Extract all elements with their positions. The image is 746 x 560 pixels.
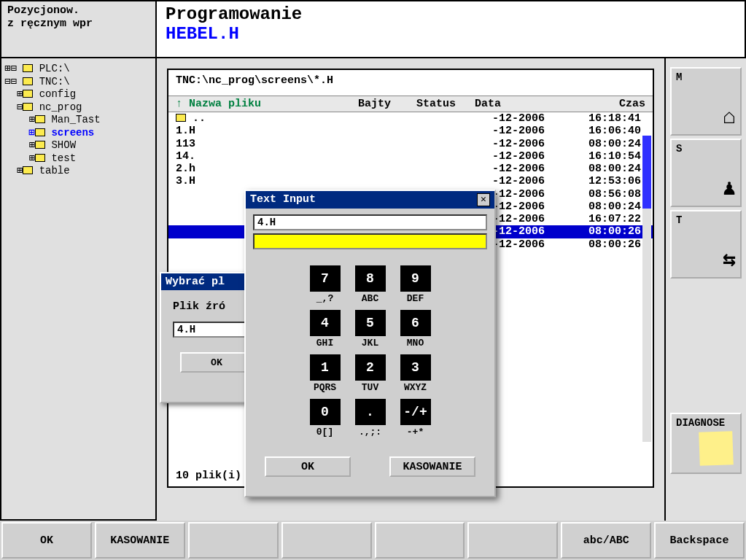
- keypad-sublabel: -+*: [393, 425, 438, 442]
- keypad-key-5[interactable]: 5: [355, 310, 386, 336]
- close-icon[interactable]: ✕: [477, 193, 490, 206]
- file-date: -12-2006: [492, 150, 580, 163]
- folder-icon: [23, 103, 33, 111]
- file-row[interactable]: 113-12-200608:00:24: [168, 138, 653, 150]
- keypad-sublabel: PQRS: [303, 381, 348, 397]
- text-input-dialog: Text Input ✕ 7_,?8ABC9DEF4GHI5JKL6MNO1PQ…: [244, 190, 496, 497]
- tree-node[interactable]: ⊞ config: [4, 88, 152, 101]
- note-icon: [699, 431, 734, 466]
- file-date: -12-2006: [492, 201, 580, 213]
- col-header-bytes[interactable]: Bajty: [358, 98, 416, 110]
- softkey-bar: OKKASOWANIEabc/ABCBackspace: [0, 521, 746, 560]
- tree-node-selected[interactable]: ⊞ screens: [4, 127, 152, 140]
- file-time: 08:00:24: [580, 201, 645, 213]
- file-row[interactable]: 2.h-12-200608:00:24: [168, 163, 653, 175]
- keypad-key-.[interactable]: .: [355, 399, 386, 425]
- file-date: -12-2006: [492, 238, 580, 251]
- file-time: 08:00:24: [580, 163, 645, 175]
- file-name: ..: [176, 112, 358, 125]
- text-highlight-field[interactable]: [253, 233, 487, 249]
- file-time: 08:56:08: [580, 188, 645, 201]
- keypad-sublabel: DEF: [393, 292, 438, 308]
- keypad-key-2[interactable]: 2: [355, 354, 386, 381]
- softkey-ok[interactable]: OK: [1, 522, 92, 559]
- path-display: TNC:\nc_prog\screens\*.H: [168, 70, 653, 96]
- keypad-key-4[interactable]: 4: [310, 310, 341, 336]
- ok-button[interactable]: OK: [180, 352, 253, 373]
- file-name: 1.H: [176, 125, 358, 137]
- col-header-time[interactable]: Czas: [555, 98, 645, 110]
- folder-icon: [35, 154, 45, 162]
- keypad-key-9[interactable]: 9: [400, 265, 431, 292]
- keypad-key--/+[interactable]: -/+: [400, 399, 431, 425]
- softkey-abcabc[interactable]: abc/ABC: [561, 522, 651, 559]
- file-row[interactable]: 1.H-12-200616:06:40: [168, 125, 653, 137]
- file-date: -12-2006: [492, 225, 580, 238]
- ok-button[interactable]: OK: [265, 456, 351, 477]
- keypad-key-8[interactable]: 8: [355, 265, 386, 292]
- clear-button[interactable]: KASOWANIE: [389, 456, 475, 477]
- side-btn-s[interactable]: S ♟: [670, 139, 742, 207]
- keypad-sublabel: ABC: [348, 292, 393, 308]
- file-time: 16:06:40: [580, 125, 645, 137]
- folder-icon: [35, 115, 45, 123]
- tree-node-plc[interactable]: ⊞⊟ PLC:\: [4, 63, 152, 76]
- file-time: 12:53:06: [580, 175, 645, 187]
- file-date: -12-2006: [492, 125, 580, 137]
- folder-icon: [35, 128, 45, 136]
- folder-icon: [23, 166, 33, 174]
- col-header-date[interactable]: Data: [475, 98, 555, 110]
- text-input-field[interactable]: [253, 214, 487, 230]
- file-name: 3.H: [176, 175, 358, 187]
- file-date: -12-2006: [492, 213, 580, 225]
- side-btn-diagnose[interactable]: DIAGNOSE: [670, 413, 742, 474]
- file-row[interactable]: ..-12-200616:18:41: [168, 112, 653, 125]
- file-name: 14.: [176, 150, 358, 163]
- scrollbar-thumb[interactable]: [642, 136, 651, 209]
- file-scrollbar[interactable]: [642, 136, 651, 442]
- file-date: -12-2006: [492, 175, 580, 187]
- directory-tree[interactable]: ⊞⊟ PLC:\ ⊟⊟ TNC:\ ⊞ config ⊟ nc_prog ⊞ M…: [0, 58, 157, 521]
- tree-node-tnc[interactable]: ⊟⊟ TNC:\: [4, 76, 152, 89]
- tree-node[interactable]: ⊞ test: [4, 152, 152, 166]
- keypad-sublabel: GHI: [303, 336, 348, 353]
- side-btn-m[interactable]: M ⌂: [670, 67, 742, 136]
- tree-node[interactable]: ⊟ nc_prog: [4, 101, 152, 114]
- softkey-backspace[interactable]: Backspace: [654, 522, 745, 559]
- folder-icon: [23, 90, 33, 98]
- file-name: 113: [176, 138, 358, 150]
- file-time: 08:00:26: [580, 238, 645, 251]
- keypad-sublabel: TUV: [348, 381, 393, 397]
- spindle-icon: ♟: [723, 174, 736, 201]
- file-name: 2.h: [176, 163, 358, 175]
- file-time: 16:10:54: [580, 150, 645, 163]
- file-row[interactable]: 14.-12-200616:10:54: [168, 150, 653, 163]
- keypad-key-1[interactable]: 1: [310, 354, 341, 381]
- col-header-name[interactable]: Nazwa pliku: [176, 98, 358, 110]
- softkey-empty: [188, 522, 279, 559]
- file-date: -12-2006: [492, 163, 580, 175]
- col-header-status[interactable]: Status: [416, 98, 475, 110]
- file-row[interactable]: 3.H-12-200612:53:06: [168, 175, 653, 187]
- softkey-empty: [467, 522, 558, 559]
- tree-node[interactable]: ⊞ table: [4, 165, 152, 178]
- mode-indicator: Pozycjonow. z ręcznym wpr: [0, 0, 157, 58]
- keypad-key-3[interactable]: 3: [400, 354, 431, 381]
- tree-node[interactable]: ⊞ Man_Tast: [4, 114, 152, 127]
- file-date: -12-2006: [492, 188, 580, 201]
- drive-icon: [23, 64, 33, 72]
- keypad-key-7[interactable]: 7: [310, 265, 341, 292]
- keypad-sublabel: 0[]: [303, 425, 348, 442]
- active-file: HEBEL.H: [166, 24, 736, 44]
- softkey-kasowanie[interactable]: KASOWANIE: [95, 522, 185, 559]
- tree-node[interactable]: ⊞ SHOW: [4, 139, 152, 152]
- side-btn-t[interactable]: T ⇆: [670, 210, 742, 279]
- keypad-key-6[interactable]: 6: [400, 310, 431, 336]
- file-list-header[interactable]: Nazwa pliku Bajty Status Data Czas: [168, 96, 653, 112]
- file-date: -12-2006: [492, 112, 580, 125]
- keypad-sublabel: .,;:: [348, 425, 393, 442]
- keypad-key-0[interactable]: 0: [310, 399, 341, 425]
- dialog-title: Text Input: [250, 193, 477, 206]
- file-date: -12-2006: [492, 138, 580, 150]
- file-time: 08:00:26: [580, 225, 645, 238]
